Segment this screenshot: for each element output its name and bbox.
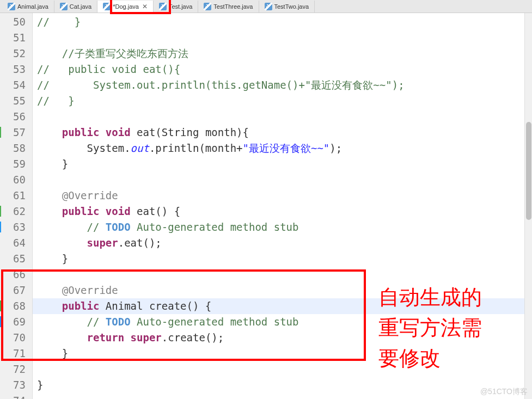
java-file-icon bbox=[204, 3, 211, 10]
code-line: System.out.println(month+"最近没有食欲~~"); bbox=[37, 140, 532, 156]
override-marker-icon bbox=[0, 300, 1, 311]
task-marker-icon bbox=[0, 316, 1, 327]
line-number: 60 bbox=[0, 172, 26, 188]
task-marker-icon bbox=[0, 222, 1, 232]
tab-label: Test.java bbox=[169, 3, 192, 10]
line-number: 70 bbox=[0, 330, 26, 346]
line-number: 72 bbox=[0, 361, 26, 377]
line-number: 66 bbox=[0, 267, 26, 283]
tab-animal[interactable]: Animal.java bbox=[2, 1, 54, 13]
tab-label: *Dog.java bbox=[113, 3, 139, 10]
line-number: 62 bbox=[0, 204, 26, 219]
line-number: 67 bbox=[0, 283, 26, 298]
line-number: 50 bbox=[0, 14, 26, 30]
line-number: 65 bbox=[0, 251, 26, 267]
code-line: super.eat(); bbox=[37, 235, 532, 251]
line-number: 69 bbox=[0, 314, 26, 330]
code-line: public void eat() { bbox=[37, 204, 532, 219]
code-line bbox=[37, 267, 532, 283]
tab-label: Cat.java bbox=[70, 3, 91, 10]
line-number: 56 bbox=[0, 109, 26, 125]
code-line: public void eat(String month){ bbox=[37, 125, 532, 140]
line-number: 74 bbox=[0, 393, 26, 399]
line-number: 54 bbox=[0, 77, 26, 93]
java-file-icon bbox=[265, 3, 272, 10]
scrollbar-thumb[interactable] bbox=[526, 122, 531, 220]
line-number: 64 bbox=[0, 235, 26, 251]
tab-dog[interactable]: *Dog.java✕ bbox=[97, 1, 154, 13]
line-number: 61 bbox=[0, 188, 26, 204]
watermark: @51CTO博客 bbox=[480, 387, 528, 397]
line-number: 59 bbox=[0, 156, 26, 172]
line-number: 71 bbox=[0, 346, 26, 361]
code-line: // TODO Auto-generated method stub bbox=[37, 219, 532, 235]
line-number: 73 bbox=[0, 377, 26, 393]
line-number: 55 bbox=[0, 93, 26, 109]
java-file-icon bbox=[8, 3, 15, 10]
java-file-icon bbox=[159, 3, 167, 10]
tab-testtwo[interactable]: TestTwo.java bbox=[259, 1, 315, 13]
scrollbar[interactable] bbox=[524, 13, 532, 399]
tab-cat[interactable]: Cat.java bbox=[54, 1, 97, 13]
code-line bbox=[37, 109, 532, 125]
line-number: 58 bbox=[0, 140, 26, 156]
java-file-icon bbox=[60, 3, 68, 10]
line-number: 63 bbox=[0, 219, 26, 235]
code-line bbox=[37, 30, 532, 46]
override-marker-icon bbox=[0, 206, 1, 217]
code-line: @Override bbox=[37, 188, 532, 204]
override-marker-icon bbox=[0, 127, 1, 138]
tab-test[interactable]: Test.java bbox=[154, 1, 198, 13]
tab-bar: Animal.java Cat.java *Dog.java✕ Test.jav… bbox=[0, 0, 532, 13]
code-line: // } bbox=[37, 14, 532, 30]
line-number: 51 bbox=[0, 30, 26, 46]
tab-label: TestTwo.java bbox=[274, 3, 309, 10]
line-number: 57 bbox=[0, 125, 26, 140]
code-line: } bbox=[37, 156, 532, 172]
close-icon[interactable]: ✕ bbox=[142, 3, 148, 10]
code-line: // } bbox=[37, 93, 532, 109]
code-line: } bbox=[37, 377, 532, 393]
gutter: 50 51 52 53 54 55 56 57 58 59 60 61 62 6… bbox=[0, 13, 33, 399]
code-line: } bbox=[37, 251, 532, 267]
line-number: 53 bbox=[0, 62, 26, 77]
code-line: // public void eat(){ bbox=[37, 62, 532, 77]
code-line: // System.out.println(this.getName()+"最近… bbox=[37, 77, 532, 93]
tab-label: Animal.java bbox=[17, 3, 48, 10]
code-line bbox=[37, 172, 532, 188]
line-number: 52 bbox=[0, 46, 26, 62]
line-number: 68 bbox=[0, 298, 26, 314]
code-line bbox=[37, 393, 532, 399]
java-file-icon bbox=[103, 3, 111, 10]
tab-label: TestThree.java bbox=[213, 3, 253, 10]
tab-testthree[interactable]: TestThree.java bbox=[198, 1, 259, 13]
code-line: //子类重写父类吃东西方法 bbox=[37, 46, 532, 62]
annotation-text: 自动生成的 重写方法需 要修改 bbox=[378, 282, 482, 373]
